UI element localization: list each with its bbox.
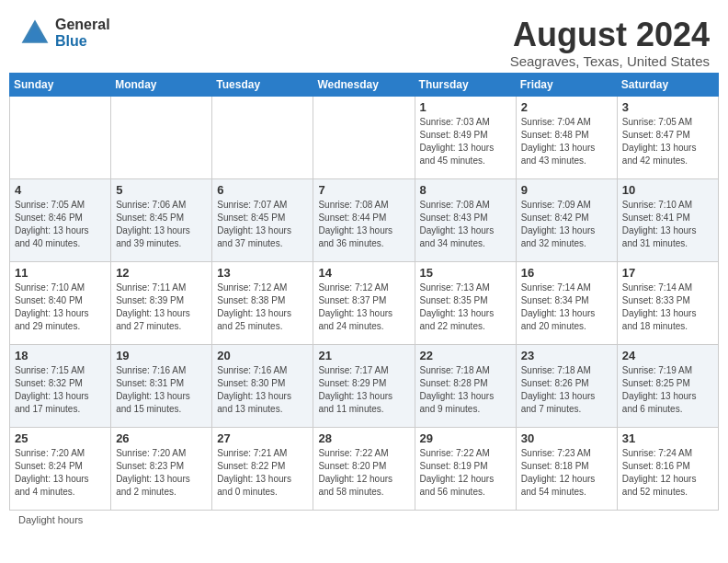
calendar-cell: 31Sunrise: 7:24 AM Sunset: 8:16 PM Dayli… bbox=[617, 427, 718, 510]
calendar-week-2: 4Sunrise: 7:05 AM Sunset: 8:46 PM Daylig… bbox=[10, 178, 719, 261]
day-info: Sunrise: 7:13 AM Sunset: 8:35 PM Dayligh… bbox=[420, 282, 511, 333]
calendar-cell: 24Sunrise: 7:19 AM Sunset: 8:25 PM Dayli… bbox=[617, 344, 718, 427]
day-number: 29 bbox=[420, 431, 511, 445]
day-info: Sunrise: 7:05 AM Sunset: 8:47 PM Dayligh… bbox=[622, 116, 713, 167]
day-info: Sunrise: 7:18 AM Sunset: 8:26 PM Dayligh… bbox=[521, 364, 612, 416]
calendar-cell: 25Sunrise: 7:20 AM Sunset: 8:24 PM Dayli… bbox=[10, 427, 111, 510]
calendar-cell: 6Sunrise: 7:07 AM Sunset: 8:45 PM Daylig… bbox=[212, 178, 313, 261]
calendar-cell: 18Sunrise: 7:15 AM Sunset: 8:32 PM Dayli… bbox=[10, 344, 111, 427]
day-number: 4 bbox=[15, 183, 106, 197]
calendar-cell: 26Sunrise: 7:20 AM Sunset: 8:23 PM Dayli… bbox=[111, 427, 212, 510]
calendar-cell: 27Sunrise: 7:21 AM Sunset: 8:22 PM Dayli… bbox=[212, 427, 313, 510]
day-info: Sunrise: 7:09 AM Sunset: 8:42 PM Dayligh… bbox=[521, 199, 612, 250]
calendar-cell bbox=[10, 96, 111, 178]
day-header-saturday: Saturday bbox=[617, 73, 718, 96]
day-info: Sunrise: 7:16 AM Sunset: 8:31 PM Dayligh… bbox=[116, 364, 207, 416]
day-info: Sunrise: 7:10 AM Sunset: 8:41 PM Dayligh… bbox=[622, 199, 713, 250]
day-header-tuesday: Tuesday bbox=[212, 73, 313, 96]
day-info: Sunrise: 7:22 AM Sunset: 8:19 PM Dayligh… bbox=[420, 447, 511, 499]
day-number: 25 bbox=[15, 431, 106, 445]
calendar-cell: 29Sunrise: 7:22 AM Sunset: 8:19 PM Dayli… bbox=[415, 427, 516, 510]
footer-note: Daylight hours bbox=[9, 511, 719, 529]
calendar-cell: 23Sunrise: 7:18 AM Sunset: 8:26 PM Dayli… bbox=[516, 344, 617, 427]
calendar-cell: 30Sunrise: 7:23 AM Sunset: 8:18 PM Dayli… bbox=[516, 427, 617, 510]
calendar-week-4: 18Sunrise: 7:15 AM Sunset: 8:32 PM Dayli… bbox=[10, 344, 719, 427]
day-number: 16 bbox=[521, 266, 612, 280]
day-info: Sunrise: 7:12 AM Sunset: 8:38 PM Dayligh… bbox=[217, 282, 308, 333]
day-number: 20 bbox=[217, 349, 308, 362]
day-header-wednesday: Wednesday bbox=[313, 73, 415, 96]
title-block: August 2024 Seagraves, Texas, United Sta… bbox=[510, 17, 710, 69]
calendar-cell: 2Sunrise: 7:04 AM Sunset: 8:48 PM Daylig… bbox=[516, 96, 617, 178]
day-number: 27 bbox=[217, 431, 308, 445]
day-info: Sunrise: 7:07 AM Sunset: 8:45 PM Dayligh… bbox=[217, 199, 308, 250]
day-number: 2 bbox=[521, 100, 612, 114]
calendar-cell: 9Sunrise: 7:09 AM Sunset: 8:42 PM Daylig… bbox=[516, 178, 617, 261]
calendar-cell: 5Sunrise: 7:06 AM Sunset: 8:45 PM Daylig… bbox=[111, 178, 212, 261]
day-number: 24 bbox=[622, 349, 713, 362]
day-number: 17 bbox=[622, 266, 713, 280]
day-number: 11 bbox=[15, 266, 106, 280]
day-number: 8 bbox=[420, 183, 511, 197]
day-info: Sunrise: 7:03 AM Sunset: 8:49 PM Dayligh… bbox=[420, 116, 511, 167]
calendar-cell bbox=[111, 96, 212, 178]
day-info: Sunrise: 7:17 AM Sunset: 8:29 PM Dayligh… bbox=[318, 364, 409, 416]
calendar-cell: 16Sunrise: 7:14 AM Sunset: 8:34 PM Dayli… bbox=[516, 261, 617, 344]
calendar-week-5: 25Sunrise: 7:20 AM Sunset: 8:24 PM Dayli… bbox=[10, 427, 719, 510]
day-info: Sunrise: 7:11 AM Sunset: 8:39 PM Dayligh… bbox=[116, 282, 207, 333]
day-number: 6 bbox=[217, 183, 308, 197]
calendar-cell: 22Sunrise: 7:18 AM Sunset: 8:28 PM Dayli… bbox=[415, 344, 516, 427]
logo-icon bbox=[18, 17, 51, 50]
day-number: 9 bbox=[521, 183, 612, 197]
calendar-cell: 21Sunrise: 7:17 AM Sunset: 8:29 PM Dayli… bbox=[313, 344, 415, 427]
days-header-row: SundayMondayTuesdayWednesdayThursdayFrid… bbox=[10, 73, 719, 96]
day-info: Sunrise: 7:24 AM Sunset: 8:16 PM Dayligh… bbox=[622, 447, 713, 499]
day-number: 19 bbox=[116, 349, 207, 362]
location-label: Seagraves, Texas, United States bbox=[510, 53, 710, 69]
calendar-table: SundayMondayTuesdayWednesdayThursdayFrid… bbox=[9, 73, 719, 511]
day-info: Sunrise: 7:12 AM Sunset: 8:37 PM Dayligh… bbox=[318, 282, 409, 333]
calendar-cell: 10Sunrise: 7:10 AM Sunset: 8:41 PM Dayli… bbox=[617, 178, 718, 261]
day-info: Sunrise: 7:08 AM Sunset: 8:43 PM Dayligh… bbox=[420, 199, 511, 250]
day-info: Sunrise: 7:18 AM Sunset: 8:28 PM Dayligh… bbox=[420, 364, 511, 416]
logo-blue-label: Blue bbox=[55, 33, 110, 50]
day-number: 3 bbox=[622, 100, 713, 114]
calendar-cell: 19Sunrise: 7:16 AM Sunset: 8:31 PM Dayli… bbox=[111, 344, 212, 427]
day-info: Sunrise: 7:15 AM Sunset: 8:32 PM Dayligh… bbox=[15, 364, 106, 416]
day-number: 26 bbox=[116, 431, 207, 445]
logo-general-label: General bbox=[55, 17, 110, 33]
day-info: Sunrise: 7:04 AM Sunset: 8:48 PM Dayligh… bbox=[521, 116, 612, 167]
calendar-cell: 3Sunrise: 7:05 AM Sunset: 8:47 PM Daylig… bbox=[617, 96, 718, 178]
day-header-thursday: Thursday bbox=[415, 73, 516, 96]
calendar-body: 1Sunrise: 7:03 AM Sunset: 8:49 PM Daylig… bbox=[10, 96, 719, 510]
day-number: 10 bbox=[622, 183, 713, 197]
calendar-cell: 14Sunrise: 7:12 AM Sunset: 8:37 PM Dayli… bbox=[313, 261, 415, 344]
day-info: Sunrise: 7:20 AM Sunset: 8:23 PM Dayligh… bbox=[116, 447, 207, 499]
day-info: Sunrise: 7:23 AM Sunset: 8:18 PM Dayligh… bbox=[521, 447, 612, 499]
calendar-cell: 15Sunrise: 7:13 AM Sunset: 8:35 PM Dayli… bbox=[415, 261, 516, 344]
day-info: Sunrise: 7:20 AM Sunset: 8:24 PM Dayligh… bbox=[15, 447, 106, 499]
month-title: August 2024 bbox=[510, 17, 710, 53]
calendar-cell: 4Sunrise: 7:05 AM Sunset: 8:46 PM Daylig… bbox=[10, 178, 111, 261]
day-number: 12 bbox=[116, 266, 207, 280]
day-number: 22 bbox=[420, 349, 511, 362]
day-number: 30 bbox=[521, 431, 612, 445]
day-number: 14 bbox=[318, 266, 409, 280]
calendar-cell bbox=[313, 96, 415, 178]
day-number: 21 bbox=[318, 349, 409, 362]
day-info: Sunrise: 7:21 AM Sunset: 8:22 PM Dayligh… bbox=[217, 447, 308, 499]
day-number: 5 bbox=[116, 183, 207, 197]
day-header-sunday: Sunday bbox=[10, 73, 111, 96]
calendar-cell: 13Sunrise: 7:12 AM Sunset: 8:38 PM Dayli… bbox=[212, 261, 313, 344]
day-header-friday: Friday bbox=[516, 73, 617, 96]
day-info: Sunrise: 7:06 AM Sunset: 8:45 PM Dayligh… bbox=[116, 199, 207, 250]
calendar-cell: 20Sunrise: 7:16 AM Sunset: 8:30 PM Dayli… bbox=[212, 344, 313, 427]
calendar-week-3: 11Sunrise: 7:10 AM Sunset: 8:40 PM Dayli… bbox=[10, 261, 719, 344]
day-number: 28 bbox=[318, 431, 409, 445]
day-info: Sunrise: 7:05 AM Sunset: 8:46 PM Dayligh… bbox=[15, 199, 106, 250]
day-info: Sunrise: 7:10 AM Sunset: 8:40 PM Dayligh… bbox=[15, 282, 106, 333]
logo: General Blue bbox=[18, 17, 110, 50]
day-number: 15 bbox=[420, 266, 511, 280]
calendar-cell: 11Sunrise: 7:10 AM Sunset: 8:40 PM Dayli… bbox=[10, 261, 111, 344]
calendar-week-1: 1Sunrise: 7:03 AM Sunset: 8:49 PM Daylig… bbox=[10, 96, 719, 178]
